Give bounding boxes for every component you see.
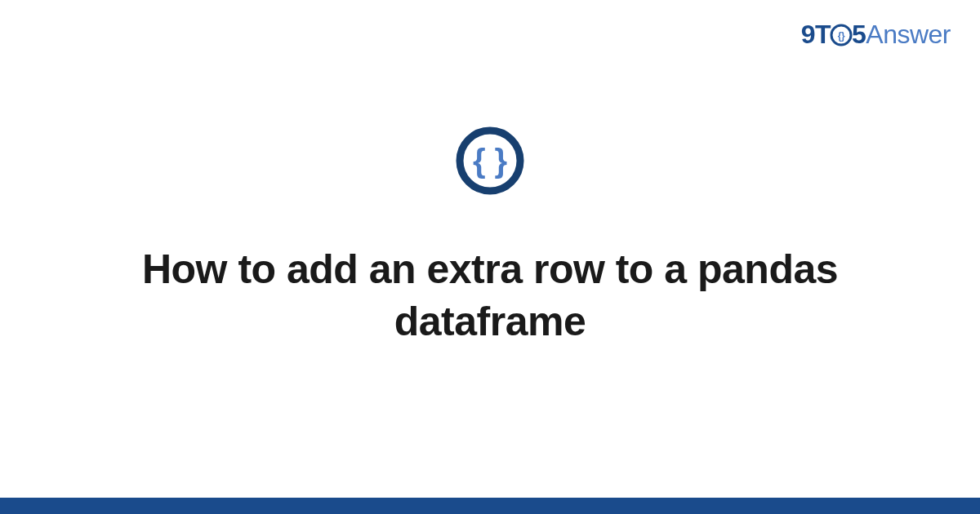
code-braces-icon: { }: [455, 126, 525, 196]
logo-text-5: 5: [852, 20, 866, 49]
clock-braces-icon: {}: [829, 23, 853, 47]
svg-text:{ }: { }: [473, 143, 507, 179]
site-logo[interactable]: 9T {} 5Answer: [801, 20, 951, 50]
logo-text-9t: 9T: [801, 20, 831, 49]
footer-bar: [0, 498, 980, 514]
main-content: { } How to add an extra row to a pandas …: [0, 126, 980, 348]
logo-text-answer: Answer: [866, 20, 951, 49]
svg-text:{}: {}: [838, 30, 845, 42]
page-title: How to add an extra row to a pandas data…: [49, 243, 931, 348]
